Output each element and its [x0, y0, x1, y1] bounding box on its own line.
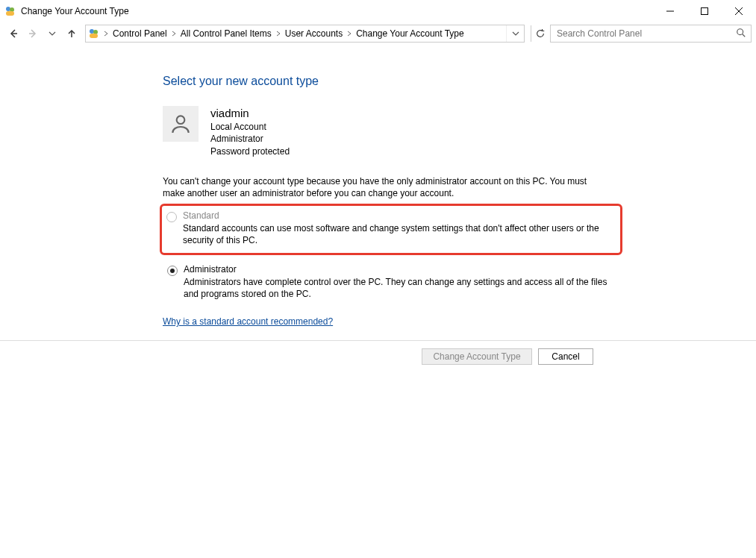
recent-dropdown-button[interactable]: [43, 25, 61, 43]
users-icon: [4, 5, 16, 17]
nav-bar: Control Panel All Control Panel Items Us…: [0, 22, 756, 45]
footer: Change Account Type Cancel: [0, 341, 756, 365]
svg-rect-4: [702, 8, 708, 15]
breadcrumb: Control Panel All Control Panel Items Us…: [110, 28, 506, 39]
close-button[interactable]: [722, 0, 756, 22]
change-account-type-button[interactable]: Change Account Type: [422, 348, 532, 365]
user-block: viadmin Local Account Administrator Pass…: [163, 106, 625, 157]
page-heading: Select your new account type: [163, 75, 625, 88]
warning-text: You can't change your account type becau…: [163, 175, 596, 199]
help-link[interactable]: Why is a standard account recommended?: [163, 316, 333, 327]
user-info: viadmin Local Account Administrator Pass…: [210, 106, 290, 157]
minimize-button[interactable]: [653, 0, 687, 22]
chevron-right-icon[interactable]: [170, 31, 178, 37]
up-button[interactable]: [63, 25, 81, 43]
user-account-type: Local Account: [210, 121, 290, 133]
radio-standard[interactable]: [166, 212, 177, 222]
option-body: Administrator Administrators have comple…: [184, 264, 619, 300]
breadcrumb-item[interactable]: Change Your Account Type: [353, 28, 467, 39]
option-administrator[interactable]: Administrator Administrators have comple…: [163, 260, 625, 306]
option-label: Standard: [183, 210, 614, 221]
option-label: Administrator: [184, 264, 619, 275]
cancel-button[interactable]: Cancel: [538, 348, 593, 365]
svg-rect-2: [6, 11, 14, 16]
chevron-right-icon[interactable]: [102, 31, 110, 37]
search-box[interactable]: [550, 25, 752, 43]
option-description: Administrators have complete control ove…: [184, 276, 619, 300]
option-standard[interactable]: Standard Standard accounts can use most …: [160, 204, 622, 254]
breadcrumb-item[interactable]: All Control Panel Items: [178, 28, 275, 39]
maximize-button[interactable]: [687, 0, 722, 22]
svg-line-14: [743, 34, 746, 37]
back-button[interactable]: [4, 25, 22, 43]
avatar: [163, 106, 199, 142]
svg-rect-12: [90, 34, 98, 38]
svg-point-15: [177, 116, 185, 124]
search-icon[interactable]: [736, 28, 746, 40]
svg-point-0: [6, 7, 10, 11]
user-name: viadmin: [210, 106, 290, 121]
users-icon: [86, 28, 102, 40]
option-body: Standard Standard accounts can use most …: [183, 210, 614, 246]
svg-point-10: [90, 29, 94, 34]
forward-button[interactable]: [24, 25, 42, 43]
svg-point-13: [737, 28, 743, 34]
breadcrumb-item[interactable]: Control Panel: [110, 28, 170, 39]
chevron-right-icon[interactable]: [346, 31, 353, 37]
breadcrumb-item[interactable]: User Accounts: [282, 28, 346, 39]
window-controls: [653, 0, 756, 22]
search-input[interactable]: [555, 28, 736, 40]
address-bar[interactable]: Control Panel All Control Panel Items Us…: [85, 25, 525, 43]
title-bar: Change Your Account Type: [0, 0, 756, 22]
main-content: Select your new account type viadmin Loc…: [163, 75, 625, 327]
user-password-status: Password protected: [210, 145, 290, 157]
window-title: Change Your Account Type: [21, 6, 129, 16]
option-description: Standard accounts can use most software …: [183, 222, 614, 246]
refresh-button[interactable]: [531, 25, 549, 42]
chevron-right-icon[interactable]: [275, 31, 282, 37]
user-role: Administrator: [210, 133, 290, 145]
address-dropdown-button[interactable]: [506, 25, 524, 42]
radio-administrator[interactable]: [167, 266, 178, 276]
